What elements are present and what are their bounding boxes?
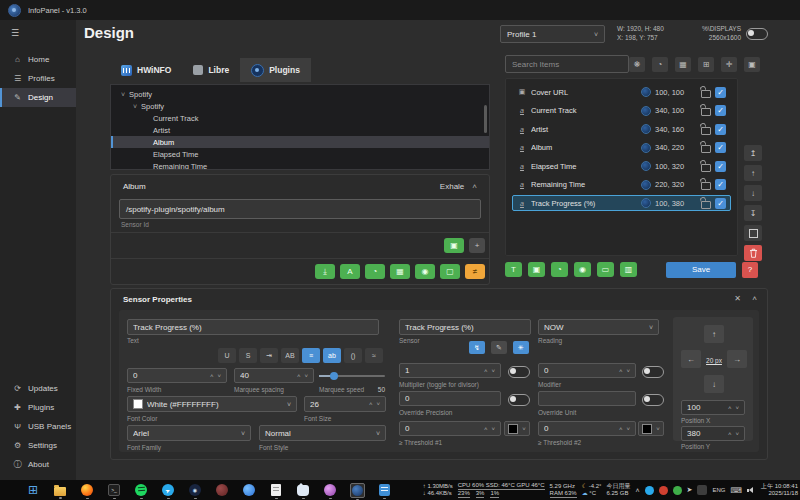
format-rtl-button[interactable]: ⇥: [260, 348, 278, 363]
slider-track[interactable]: [319, 375, 385, 377]
add-clock-button[interactable]: ◔: [365, 264, 385, 279]
touch-keyboard-icon[interactable]: ⌨: [730, 486, 742, 495]
nudge-step-link[interactable]: 20 px: [699, 357, 729, 364]
add-shape-item-button[interactable]: ▭: [597, 262, 614, 277]
list-item-current-track[interactable]: Current Track 340, 100: [512, 103, 731, 119]
search-input[interactable]: [505, 55, 629, 73]
stepper-arrows-icon[interactable]: [619, 368, 630, 374]
sidebar-item-home[interactable]: Home: [0, 50, 76, 69]
taskbar-app-purple[interactable]: [323, 484, 337, 496]
format-strikethrough-button[interactable]: S: [239, 348, 257, 363]
taskbar-terminal[interactable]: [107, 484, 121, 496]
duplicate-item-button[interactable]: [744, 225, 762, 241]
list-item-elapsed-time[interactable]: Elapsed Time 100, 320: [512, 158, 731, 174]
profile-select[interactable]: Profile 1: [500, 25, 605, 43]
unlock-icon[interactable]: [701, 90, 711, 98]
unlock-icon[interactable]: [701, 164, 711, 172]
list-item-artist[interactable]: Artist 340, 160: [512, 121, 731, 137]
font-color-dropdown[interactable]: White (#FFFFFFFF): [127, 396, 297, 412]
cpu-ram-widget[interactable]: 5.29 GHz RAM 63%: [550, 483, 577, 498]
taskbar-telegram[interactable]: [161, 484, 175, 496]
unlock-icon[interactable]: [701, 182, 711, 190]
sidebar-item-usb-panels[interactable]: USB Panels: [0, 417, 76, 436]
threshold1-stepper[interactable]: 0: [399, 421, 501, 436]
format-lowercase-button[interactable]: ab: [323, 348, 341, 363]
titlebar[interactable]: InfoPanel - v1.3.0: [0, 0, 800, 20]
taskbar-firefox[interactable]: [80, 484, 94, 496]
tree-item-remaining-time[interactable]: Remaining Time: [111, 160, 489, 170]
hardware-monitor-widget[interactable]: CPU 60% SSD: 46°C GPU 46°C 23% 3% 1%: [458, 482, 545, 498]
sensor-star-button[interactable]: [513, 341, 529, 354]
select-all-button[interactable]: [698, 57, 714, 72]
add-chart-item-button[interactable]: ▥: [620, 262, 637, 277]
unlock-icon[interactable]: [701, 127, 711, 135]
add-gauge-button[interactable]: ◉: [415, 264, 435, 279]
stepper-arrows-icon[interactable]: [728, 405, 739, 411]
add-image-item-button[interactable]: ▣: [528, 262, 545, 277]
taskbar-app-document[interactable]: [269, 484, 283, 496]
help-button[interactable]: ?: [742, 262, 758, 278]
override-precision-field[interactable]: 0: [399, 391, 501, 406]
add-text-button[interactable]: A: [340, 264, 360, 279]
format-uppercase-button[interactable]: AB: [281, 348, 299, 363]
slider-thumb[interactable]: [330, 372, 338, 380]
tree-item-current-track[interactable]: Current Track: [111, 112, 489, 124]
collapse-icon[interactable]: ˄: [752, 294, 757, 303]
visible-checkbox[interactable]: [715, 179, 726, 190]
position-y-stepper[interactable]: 380: [681, 426, 745, 441]
sensor-graph-button[interactable]: [469, 341, 485, 354]
sidebar-item-plugins[interactable]: Plugins: [0, 398, 76, 417]
taskbar-app-notes[interactable]: [377, 484, 391, 496]
list-item-album[interactable]: Album 340, 220: [512, 140, 731, 156]
visible-checkbox[interactable]: [715, 198, 726, 209]
reading-dropdown[interactable]: NOW: [538, 319, 659, 335]
tree-item-album-selected[interactable]: Album: [111, 136, 489, 148]
list-item-track-progress-selected[interactable]: Track Progress (%) 100, 380: [512, 195, 731, 211]
tree-item-artist[interactable]: Artist: [111, 124, 489, 136]
tray-expand-chevron[interactable]: ˄: [635, 487, 639, 494]
tab-libre[interactable]: Libre: [182, 58, 240, 82]
visible-checkbox[interactable]: [715, 105, 726, 116]
sidebar-item-about[interactable]: About: [0, 455, 76, 474]
font-size-stepper[interactable]: 26: [304, 396, 386, 412]
sidebar-item-settings[interactable]: Settings: [0, 436, 76, 455]
move-to-top-button[interactable]: [744, 145, 762, 161]
multiplier-stepper[interactable]: 1: [399, 363, 501, 378]
duplicate-button[interactable]: [744, 57, 760, 72]
start-button[interactable]: [26, 484, 40, 497]
chevron-down-icon[interactable]: [133, 102, 137, 111]
visible-checkbox[interactable]: [715, 87, 726, 98]
display-toggle[interactable]: [746, 28, 768, 40]
speaker-icon[interactable]: [747, 486, 756, 495]
move-to-bottom-button[interactable]: [744, 205, 762, 221]
move-down-button[interactable]: [744, 185, 762, 201]
text-field[interactable]: Track Progress (%): [127, 319, 379, 335]
sidebar-item-design[interactable]: Design: [0, 88, 76, 107]
save-button[interactable]: Save: [666, 262, 736, 278]
font-style-dropdown[interactable]: Normal: [259, 425, 386, 441]
ime-icon[interactable]: [697, 485, 707, 495]
marquee-spacing-stepper[interactable]: 40: [234, 368, 314, 383]
sensor-field[interactable]: Track Progress (%): [399, 319, 531, 335]
delete-item-button[interactable]: [744, 245, 762, 261]
tree-scrollbar[interactable]: [484, 105, 487, 133]
clock-widget[interactable]: 上午 10:08:41 2025/11/18: [761, 483, 798, 497]
sidebar-item-profiles[interactable]: Profiles: [0, 69, 76, 88]
chevron-down-icon[interactable]: [121, 90, 125, 99]
tree-node-spotify-group[interactable]: Spotify: [111, 100, 489, 112]
visible-checkbox[interactable]: [715, 142, 726, 153]
unlock-icon[interactable]: [701, 201, 711, 209]
stepper-arrows-icon[interactable]: [297, 373, 308, 379]
ime-language[interactable]: ENG: [712, 487, 725, 493]
sensor-id-field[interactable]: /spotify-plugin/spotify/album: [119, 199, 481, 219]
format-parentheses-button[interactable]: (): [344, 348, 362, 363]
taskbar-app-maroon[interactable]: [215, 484, 229, 496]
collapse-chevron-icon[interactable]: ˄: [472, 182, 477, 191]
nudge-right-button[interactable]: →: [727, 350, 747, 368]
add-chart-button[interactable]: ▦: [390, 264, 410, 279]
move-button[interactable]: [721, 57, 737, 72]
taskbar-infopanel-active[interactable]: [350, 483, 364, 498]
taskbar-steam[interactable]: [188, 484, 202, 496]
list-item-remaining-time[interactable]: Remaining Time 220, 320: [512, 177, 731, 193]
history-button[interactable]: [652, 57, 668, 72]
